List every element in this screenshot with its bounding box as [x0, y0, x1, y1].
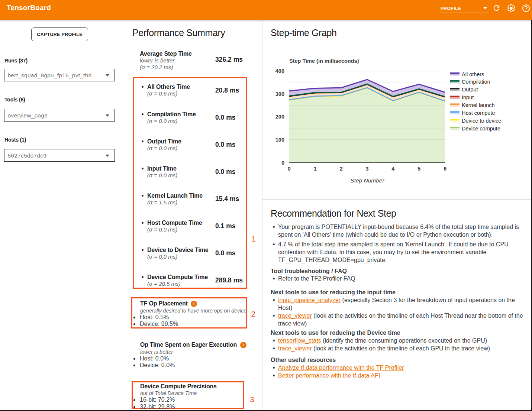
svg-text:3: 3: [365, 166, 368, 172]
svg-text:Step Number: Step Number: [350, 177, 384, 184]
svg-text:2: 2: [340, 166, 343, 172]
svg-text:Step Time (in milliseconds): Step Time (in milliseconds): [289, 58, 359, 64]
svg-text:All others: All others: [462, 71, 484, 77]
svg-text:1: 1: [314, 166, 317, 172]
svg-text:300: 300: [275, 91, 284, 97]
svg-text:0: 0: [281, 160, 284, 166]
svg-text:Compilation: Compilation: [462, 79, 490, 85]
svg-text:6: 6: [444, 166, 446, 172]
svg-text:Kernel launch: Kernel launch: [462, 102, 495, 108]
svg-text:Output: Output: [462, 87, 478, 93]
svg-text:Host compute: Host compute: [462, 110, 495, 116]
svg-text:200: 200: [275, 114, 284, 120]
svg-text:Input: Input: [462, 94, 474, 100]
svg-text:4: 4: [391, 166, 394, 172]
svg-text:100: 100: [275, 137, 284, 143]
svg-text:Device compute: Device compute: [462, 126, 500, 132]
svg-text:5: 5: [417, 166, 420, 172]
svg-text:0: 0: [288, 166, 291, 172]
svg-text:Device to device: Device to device: [462, 118, 501, 124]
svg-text:400: 400: [275, 68, 284, 74]
